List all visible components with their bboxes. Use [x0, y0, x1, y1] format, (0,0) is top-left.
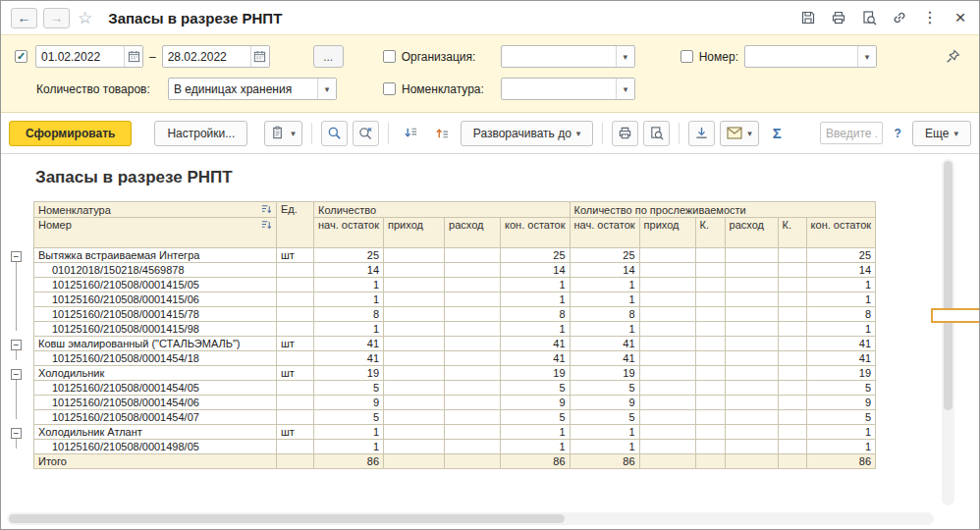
- value-cell[interactable]: 1: [806, 440, 876, 454]
- organization-checkbox[interactable]: [383, 50, 396, 63]
- value-cell[interactable]: 5: [501, 410, 571, 425]
- date-from-calendar-button[interactable]: [124, 46, 142, 67]
- value-cell[interactable]: [725, 381, 778, 396]
- value-cell[interactable]: [778, 440, 806, 454]
- value-cell[interactable]: [778, 366, 806, 381]
- value-cell[interactable]: [725, 366, 778, 381]
- value-cell[interactable]: [778, 337, 806, 351]
- value-cell[interactable]: 9: [570, 396, 639, 410]
- value-cell[interactable]: 19: [501, 366, 571, 381]
- save-file-button[interactable]: [688, 121, 715, 146]
- unit-cell[interactable]: [277, 440, 314, 454]
- value-cell[interactable]: [778, 425, 806, 440]
- column-group-traceability[interactable]: Количество по прослеживаемости: [570, 202, 876, 218]
- date-from-input[interactable]: [36, 46, 124, 67]
- group-name-cell[interactable]: Ковш эмалированный ("СТАЛЬЭМАЛЬ"): [34, 337, 277, 351]
- value-cell[interactable]: [384, 263, 445, 278]
- unit-cell[interactable]: [277, 351, 314, 366]
- value-cell[interactable]: [384, 351, 445, 366]
- value-cell[interactable]: [384, 410, 445, 425]
- column-header[interactable]: К.: [695, 218, 725, 248]
- value-cell[interactable]: 1: [570, 425, 639, 440]
- value-cell[interactable]: 41: [806, 351, 876, 366]
- value-cell[interactable]: [695, 440, 725, 454]
- rnpt-number-cell[interactable]: 10125160/210508/0001415/05: [34, 278, 277, 292]
- value-cell[interactable]: 1: [806, 292, 876, 307]
- value-cell[interactable]: [639, 366, 695, 381]
- unit-cell[interactable]: [277, 454, 314, 469]
- organization-input[interactable]: [502, 46, 616, 67]
- value-cell[interactable]: [725, 263, 778, 278]
- quantity-mode-input[interactable]: [169, 79, 317, 99]
- back-button[interactable]: ←: [11, 8, 37, 28]
- value-cell[interactable]: [445, 366, 501, 381]
- value-cell[interactable]: [384, 307, 445, 322]
- value-cell[interactable]: [384, 454, 445, 469]
- value-cell[interactable]: [725, 454, 778, 469]
- value-cell[interactable]: 5: [806, 410, 876, 425]
- value-cell[interactable]: [384, 425, 445, 440]
- value-cell[interactable]: 41: [501, 351, 571, 366]
- collapse-group-toggle[interactable]: −: [11, 369, 22, 380]
- value-cell[interactable]: 9: [314, 396, 384, 410]
- value-cell[interactable]: 5: [501, 381, 571, 396]
- number-checkbox[interactable]: [681, 50, 693, 63]
- value-cell[interactable]: [778, 454, 806, 469]
- value-cell[interactable]: [639, 248, 695, 263]
- group-name-cell[interactable]: Вытяжка встраиваемая Интегра: [34, 248, 277, 263]
- value-cell[interactable]: 1: [501, 278, 571, 292]
- search-button[interactable]: [321, 121, 348, 146]
- value-cell[interactable]: [778, 396, 806, 410]
- get-link-button[interactable]: [891, 9, 908, 26]
- value-cell[interactable]: [445, 440, 501, 454]
- unit-cell[interactable]: [277, 381, 314, 396]
- value-cell[interactable]: [445, 263, 501, 278]
- value-cell[interactable]: 1: [806, 322, 876, 337]
- period-checkbox[interactable]: ✓: [15, 50, 27, 63]
- value-cell[interactable]: [639, 322, 695, 337]
- value-cell[interactable]: 8: [314, 307, 384, 322]
- help-button[interactable]: ?: [888, 121, 907, 146]
- rnpt-number-cell[interactable]: 10125160/210508/0001415/78: [34, 307, 277, 322]
- rnpt-number-cell[interactable]: 01012018/150218/4569878: [34, 263, 277, 278]
- paste-variant-button[interactable]: ▾: [264, 121, 302, 146]
- value-cell[interactable]: 14: [314, 263, 384, 278]
- value-cell[interactable]: 1: [570, 322, 639, 337]
- value-cell[interactable]: [384, 337, 445, 351]
- value-cell[interactable]: [725, 292, 778, 307]
- date-to-input[interactable]: [163, 46, 250, 67]
- value-cell[interactable]: [725, 351, 778, 366]
- value-cell[interactable]: [384, 278, 445, 292]
- forward-button[interactable]: →: [43, 8, 70, 28]
- value-cell[interactable]: [695, 292, 725, 307]
- group-name-cell[interactable]: Холодильник: [34, 366, 277, 381]
- expand-to-button[interactable]: Разворачивать до ▾: [461, 121, 594, 146]
- value-cell[interactable]: [778, 278, 806, 292]
- value-cell[interactable]: [384, 381, 445, 396]
- value-cell[interactable]: [384, 248, 445, 263]
- value-cell[interactable]: [384, 396, 445, 410]
- column-header-unit[interactable]: Ед.: [277, 202, 314, 248]
- rnpt-number-cell[interactable]: 10125160/210508/0001415/06: [34, 292, 277, 307]
- date-to-calendar-button[interactable]: [250, 46, 269, 67]
- value-cell[interactable]: [639, 396, 695, 410]
- value-cell[interactable]: 1: [314, 425, 384, 440]
- value-cell[interactable]: 1: [501, 425, 571, 440]
- value-cell[interactable]: [639, 454, 695, 469]
- value-cell[interactable]: [639, 307, 695, 322]
- value-cell[interactable]: 1: [501, 440, 571, 454]
- number-dropdown-button[interactable]: ▾: [857, 46, 876, 67]
- value-cell[interactable]: [695, 351, 725, 366]
- value-cell[interactable]: 5: [806, 381, 876, 396]
- value-cell[interactable]: [725, 396, 778, 410]
- value-cell[interactable]: [695, 337, 725, 351]
- value-cell[interactable]: 5: [314, 381, 384, 396]
- print-preview-button[interactable]: [643, 121, 670, 146]
- unit-cell[interactable]: шт: [277, 425, 314, 440]
- print-title-button[interactable]: [830, 9, 847, 26]
- value-cell[interactable]: [445, 425, 501, 440]
- organization-dropdown-button[interactable]: ▾: [616, 46, 634, 67]
- value-cell[interactable]: 1: [501, 322, 571, 337]
- value-cell[interactable]: [695, 278, 725, 292]
- value-cell[interactable]: [695, 396, 725, 410]
